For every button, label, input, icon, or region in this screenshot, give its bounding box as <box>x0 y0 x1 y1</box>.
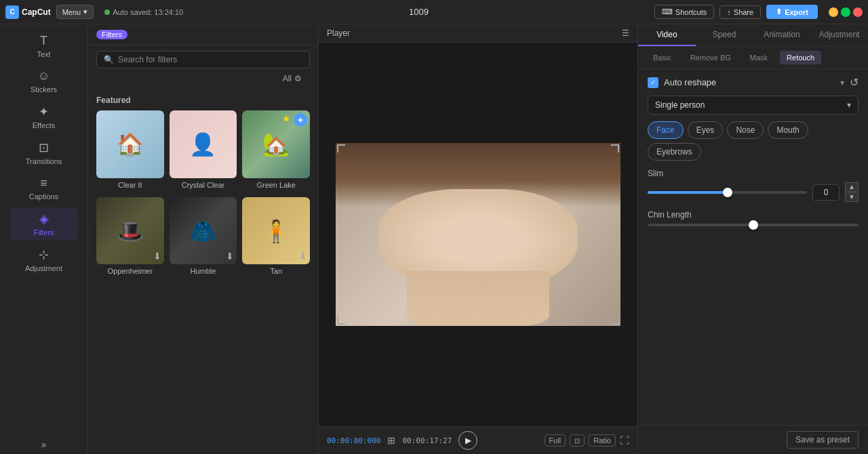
player-header: Player ☰ <box>319 24 637 43</box>
tab-nose[interactable]: Nose <box>727 121 764 139</box>
sidebar-item-label: Effects <box>33 121 55 129</box>
filter-name: Tan <box>242 267 310 278</box>
slim-slider-fill <box>648 191 728 194</box>
all-filters-button[interactable]: All ⚙ <box>283 74 302 83</box>
sidebar-item-filters[interactable]: ◈ Filters <box>10 207 78 241</box>
chin-length-slider-row: Chin Length <box>648 210 859 226</box>
tab-adjustment[interactable]: Adjustment <box>810 24 868 46</box>
player-area: Player ☰ <box>319 24 637 454</box>
slim-slider-thumb[interactable] <box>723 188 732 197</box>
save-preset-button[interactable]: Save as preset <box>787 431 859 449</box>
filter-item-crystal-clear[interactable]: 👤 Crystal Clear <box>170 110 237 192</box>
stickers-icon: ☺ <box>37 69 50 83</box>
player-controls: 00:00:00:000 ⊞ 00:00:17:27 ▶ Full ⊡ Rati… <box>319 426 637 454</box>
tab-eyebrows[interactable]: Eyebrows <box>648 143 701 161</box>
ratio-view-button[interactable]: Ratio <box>589 434 616 447</box>
export-button[interactable]: ⬆ Export <box>766 5 818 19</box>
player-menu-icon[interactable]: ☰ <box>622 28 629 38</box>
filter-grid: 🏠 Clear II 👤 Crystal Clear <box>96 110 310 278</box>
maximize-button[interactable] <box>841 7 850 17</box>
chin-slider-thumb[interactable] <box>749 220 758 230</box>
menu-button[interactable]: Menu ▾ <box>56 5 94 19</box>
tab-animation[interactable]: Animation <box>753 24 811 46</box>
info-icon: ▾ <box>840 78 844 87</box>
filter-item-green-lake[interactable]: 🏡 ★ + Green Lake <box>242 110 310 192</box>
search-input[interactable] <box>118 55 302 64</box>
transitions-icon: ⊡ <box>39 140 49 155</box>
filter-thumb-clear-ii: 🏠 <box>96 110 164 178</box>
download-icon: ⬇ <box>299 251 307 262</box>
subtab-mask[interactable]: Mask <box>743 51 774 64</box>
grid-icon[interactable]: ⊞ <box>387 435 395 446</box>
chin-length-label: Chin Length <box>648 210 859 220</box>
tab-face[interactable]: Face <box>648 121 684 139</box>
video-preview <box>336 143 620 326</box>
fit-view-button[interactable]: ⊡ <box>570 434 585 447</box>
filter-name: Green Lake <box>242 181 310 192</box>
crop-corner-br <box>611 316 619 325</box>
download-icon: ⬇ <box>153 251 161 262</box>
chevron-down-icon: ▾ <box>847 100 851 110</box>
expand-sidebar-button[interactable]: » <box>37 435 51 454</box>
filter-item-oppenheimer[interactable]: 🎩 ⬇ Oppenheimer <box>96 197 164 278</box>
slim-increment[interactable]: ▲ <box>845 182 859 192</box>
subtab-retouch[interactable]: Retouch <box>780 51 821 64</box>
fullscreen-button[interactable]: ⛶ <box>620 434 629 447</box>
filters-content: Featured 🏠 Clear II 👤 <box>88 91 318 454</box>
filter-item-clear-ii[interactable]: 🏠 Clear II <box>96 110 164 192</box>
adjustment-icon: ⊹ <box>39 247 49 262</box>
tab-mouth[interactable]: Mouth <box>768 121 808 139</box>
sidebar-item-label: Stickers <box>31 85 57 94</box>
reset-icon[interactable]: ↺ <box>850 76 859 89</box>
subtab-remove-bg[interactable]: Remove BG <box>684 51 738 64</box>
filter-settings-icon: ⚙ <box>294 74 302 83</box>
person-select-dropdown[interactable]: Single person ▾ <box>648 96 859 115</box>
auto-reshape-header: ✓ Auto reshape ▾ ↺ <box>648 76 859 89</box>
filter-item-humble[interactable]: 🧥 ⬇ Humble <box>170 197 237 278</box>
text-icon: T <box>40 34 47 48</box>
slim-decrement[interactable]: ▼ <box>845 192 859 202</box>
filter-name: Clear II <box>96 181 164 192</box>
sidebar-item-captions[interactable]: ≡ Captions <box>10 172 78 205</box>
slim-slider-row: Slim 0 ▲ ▼ <box>648 169 859 202</box>
slim-stepper[interactable]: ▲ ▼ <box>845 182 859 202</box>
chin-slider-track[interactable] <box>648 224 859 226</box>
search-bar[interactable]: 🔍 <box>96 51 310 68</box>
minimize-button[interactable] <box>829 7 838 17</box>
auto-reshape-label: Auto reshape <box>664 77 835 87</box>
player-container <box>319 43 637 426</box>
play-button[interactable]: ▶ <box>458 431 477 450</box>
slim-slider-value: 0 <box>812 184 840 201</box>
auto-reshape-checkbox[interactable]: ✓ <box>648 77 658 88</box>
top-right-controls: ⌨ Shortcuts ↑ Share ⬆ Export <box>654 5 863 19</box>
filter-item-tan[interactable]: 🧍 ⬇ Tan <box>242 197 310 278</box>
filter-name: Crystal Clear <box>170 181 237 192</box>
add-filter-button[interactable]: + <box>294 113 307 127</box>
auto-saved-indicator: Auto saved: 13:24:10 <box>104 8 183 16</box>
current-time: 00:00:00:000 <box>327 436 380 445</box>
slim-slider-track[interactable] <box>648 191 807 194</box>
captions-icon: ≡ <box>40 176 47 190</box>
filters-header: Filters <box>88 24 318 45</box>
crop-corner-tl <box>337 144 345 152</box>
view-controls: Full ⊡ Ratio ⛶ <box>545 434 629 447</box>
sidebar-item-label: Text <box>37 50 50 58</box>
sidebar-item-transitions[interactable]: ⊡ Transitions <box>10 136 78 169</box>
filter-overlay: ★ + <box>282 113 307 127</box>
full-view-button[interactable]: Full <box>545 434 566 447</box>
sidebar-item-effects[interactable]: ✦ Effects <box>10 100 78 133</box>
sidebar-item-text[interactable]: T Text <box>10 30 78 62</box>
favorite-star-icon: ★ <box>282 113 291 127</box>
filters-panel: Filters 🔍 All ⚙ Featured 🏠 <box>88 24 319 454</box>
shortcuts-button[interactable]: ⌨ Shortcuts <box>654 5 714 19</box>
tab-eyes[interactable]: Eyes <box>688 121 724 139</box>
sidebar-item-stickers[interactable]: ☺ Stickers <box>10 65 78 98</box>
right-tabs: Video Speed Animation Adjustment <box>638 24 868 47</box>
window-controls <box>829 7 863 17</box>
share-button[interactable]: ↑ Share <box>719 5 761 19</box>
subtab-basic[interactable]: Basic <box>646 51 678 64</box>
close-button[interactable] <box>853 7 863 17</box>
sidebar-item-adjustment[interactable]: ⊹ Adjustment <box>10 243 78 276</box>
tab-video[interactable]: Video <box>638 24 696 46</box>
tab-speed[interactable]: Speed <box>696 24 753 46</box>
